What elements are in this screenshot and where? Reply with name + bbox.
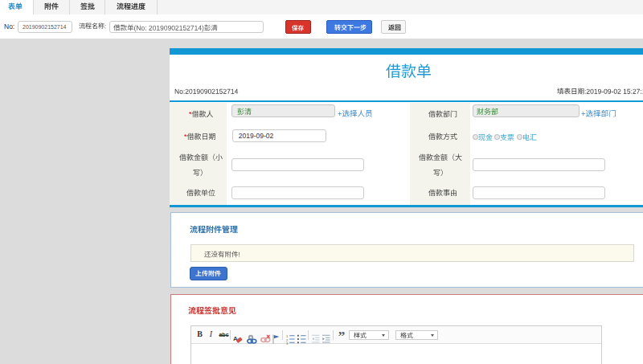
svg-text:3: 3 (286, 342, 289, 346)
